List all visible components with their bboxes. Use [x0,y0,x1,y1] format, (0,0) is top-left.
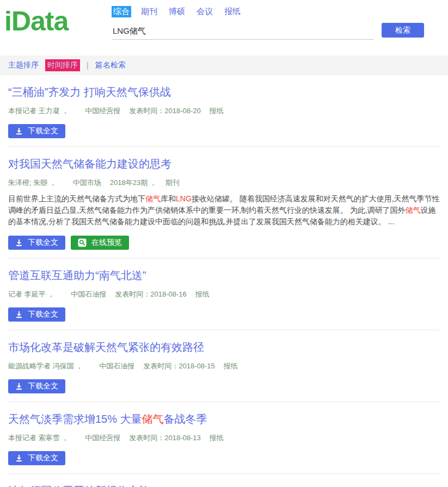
result-item: “三桶油”齐发力 打响天然气保供战 本报记者 王力凝 ，中国经营报发表时间：20… [8,75,440,147]
result-meta: 能源战略学者 冯保国 ，中国石油报发表时间：2018-08-15报纸 [8,361,440,371]
meta-part: 报纸 [224,362,238,370]
download-fulltext-button[interactable]: 下载全文 [8,124,65,138]
meta-part: 发表时间：2018-08-13 [129,434,201,442]
tab-newspaper[interactable]: 报纸 [223,6,242,17]
sort-bar: 主题排序 时间排序 | 篇名检索 [0,56,448,75]
download-button-label: 下载全文 [28,238,58,248]
result-actions: 下载全文 [8,379,440,393]
download-fulltext-button[interactable]: 下载全文 [8,451,65,465]
title-search-link[interactable]: 篇名检索 [95,60,126,70]
result-actions: 下载全文 [8,451,440,465]
meta-part: 报纸 [210,434,224,442]
text-segment: 油气管网公平开放新规将实施 [8,485,150,487]
result-abstract: 目前世界上主流的天然气储备方式为地下储气库和LNG接收站储罐。 随着我国经济高速… [8,193,440,227]
download-button-label: 下载全文 [28,126,58,136]
search-scope-tabs: 综合 期刊 博硕 会议 报纸 [112,6,448,17]
download-arrow-icon [15,127,23,135]
highlighted-text: 储气 [145,194,161,203]
meta-part: 中国经营报 [85,434,120,442]
result-meta: 本报记者 索寒雪 ，中国经营报发表时间：2018-08-13报纸 [8,433,440,443]
meta-part: 能源战略学者 冯保国 ， [8,362,83,370]
highlighted-text: 储气 [142,413,164,425]
result-actions: 下载全文 在线预览 [8,236,440,250]
text-segment: 天然气淡季需求增15% 大量 [8,413,142,425]
meta-part: 期刊 [165,178,180,187]
download-button-label: 下载全文 [28,381,58,391]
text-segment: 对我国天然气储备能力建设的思考 [8,158,171,170]
download-fulltext-button[interactable]: 下载全文 [8,307,65,322]
meta-part: 中国石油报 [99,362,134,370]
result-title-link[interactable]: 市场化改革是破解天然气紧张的有效路径 [8,340,440,354]
result-item: 油气管网公平开放新规将实施 本报记者 王力凝 ，中国经营报发表时间：2018-0… [8,474,440,487]
text-segment: 目前世界上主流的天然气储备方式为地下 [8,194,145,203]
result-meta: 本报记者 王力凝 ，中国经营报发表时间：2018-08-20报纸 [8,106,440,116]
meta-part: 报纸 [210,107,224,115]
result-item: 市场化改革是破解天然气紧张的有效路径 能源战略学者 冯保国 ，中国石油报发表时间… [8,330,440,402]
download-fulltext-button[interactable]: 下载全文 [8,379,65,393]
download-arrow-icon [15,239,23,246]
tab-composite[interactable]: 综合 [112,6,131,17]
sort-by-theme[interactable]: 主题排序 [8,60,39,70]
highlighted-text: LNG [176,194,192,203]
result-item: 天然气淡季需求增15% 大量储气备战冬季 本报记者 索寒雪 ，中国经营报发表时间… [8,402,440,474]
meta-part: 发表时间：2018-08-20 [129,107,201,115]
meta-part: 发表时间：2018-08-15 [143,362,215,370]
meta-part: 中国石油报 [71,290,106,298]
meta-part: 朱泽橙; 朱曌 ， [8,178,57,187]
meta-part: 本报记者 索寒雪 ， [8,434,69,442]
meta-part: 中国市场 [73,178,101,187]
result-title-link[interactable]: “三桶油”齐发力 打响天然气保供战 [8,85,440,99]
tab-journal[interactable]: 期刊 [139,6,159,17]
meta-part: 发表时间：2018-08-16 [115,290,187,298]
highlighted-text: 储气 [406,206,421,214]
sort-by-time[interactable]: 时间排序 [45,59,80,71]
tab-thesis[interactable]: 博硕 [167,6,187,17]
result-meta: 记者 李延平 ，中国石油报发表时间：2018-08-16报纸 [8,289,440,299]
result-title-link[interactable]: 油气管网公平开放新规将实施 [8,484,440,487]
text-segment: 管道互联互通助力“南气北送” [8,269,146,281]
result-title-link[interactable]: 天然气淡季需求增15% 大量储气备战冬季 [8,412,440,426]
download-arrow-icon [15,311,23,318]
header-right: 综合 期刊 博硕 会议 报纸 检索 [112,0,448,40]
result-actions: 下载全文 [8,124,440,138]
results-list: “三桶油”齐发力 打响天然气保供战 本报记者 王力凝 ，中国经营报发表时间：20… [0,75,448,487]
magnifier-preview-icon [78,238,87,247]
search-button[interactable]: 检索 [382,23,424,38]
meta-part: 2018年23期 ， [110,178,157,187]
idata-logo[interactable]: iData [4,5,68,37]
result-item: 管道互联互通助力“南气北送” 记者 李延平 ，中国石油报发表时间：2018-08… [8,258,440,330]
search-input[interactable] [112,23,374,40]
text-segment: 备战冬季 [164,413,207,425]
online-preview-button[interactable]: 在线预览 [71,236,129,250]
page-header: iData 综合 期刊 博硕 会议 报纸 检索 [0,0,448,54]
tab-conference[interactable]: 会议 [195,6,214,17]
result-actions: 下载全文 [8,307,440,322]
result-title-link[interactable]: 对我国天然气储备能力建设的思考 [8,157,440,171]
result-title-link[interactable]: 管道互联互通助力“南气北送” [8,268,440,282]
preview-button-label: 在线预览 [91,238,122,248]
sort-separator: | [87,61,89,70]
download-fulltext-button[interactable]: 下载全文 [8,236,65,250]
meta-part: 报纸 [195,290,210,298]
download-arrow-icon [15,454,23,462]
meta-part: 记者 李延平 ， [8,290,54,298]
search-row: 检索 [112,23,448,40]
text-segment: “三桶油”齐发力 打响天然气保供战 [8,86,171,98]
text-segment: 市场化改革是破解天然气紧张的有效路径 [8,341,204,353]
download-button-label: 下载全文 [28,310,58,319]
meta-part: 中国经营报 [85,107,120,115]
download-arrow-icon [15,383,23,390]
text-segment: 库和 [161,194,176,203]
result-meta: 朱泽橙; 朱曌 ，中国市场2018年23期 ，期刊 [8,178,440,188]
meta-part: 本报记者 王力凝 ， [8,107,69,115]
download-button-label: 下载全文 [28,453,58,463]
result-item: 对我国天然气储备能力建设的思考 朱泽橙; 朱曌 ，中国市场2018年23期 ，期… [8,147,440,258]
